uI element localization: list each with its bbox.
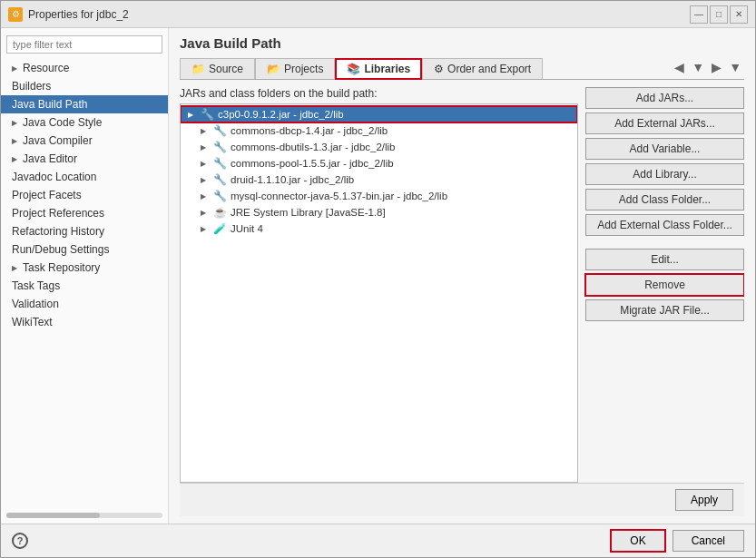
sidebar-item-run-debug-settings[interactable]: Run/Debug Settings [1,240,168,259]
remove-button[interactable]: Remove [585,274,744,296]
close-button[interactable]: ✕ [730,5,748,24]
expand-arrow-icon: ▶ [201,127,210,135]
sidebar-item-label: Project Facets [12,189,82,201]
jar-item-label: JRE System Library [JavaSE-1.8] [231,207,570,218]
title-bar-left: ⚙ Properties for jdbc_2 [8,7,129,22]
jar-item-jre-system[interactable]: ▶ ☕ JRE System Library [JavaSE-1.8] [181,204,577,220]
sidebar-item-builders[interactable]: Builders [1,77,168,95]
jar-item-junit4[interactable]: ▶ 🧪 JUnit 4 [181,220,577,237]
window-icon: ⚙ [8,7,23,22]
expand-arrow-icon: ▶ [201,176,210,184]
nav-back-button[interactable]: ◀ [672,60,687,74]
nav-forward-button[interactable]: ▶ [709,60,724,74]
apply-button[interactable]: Apply [675,489,733,511]
tabs-bar: 📁 Source 📂 Projects 📚 Libraries ⚙ Order … [180,58,744,80]
jre-icon: ☕ [213,206,227,219]
sidebar-item-java-code-style[interactable]: Java Code Style [1,113,168,132]
sidebar-item-java-compiler[interactable]: Java Compiler [1,132,168,150]
minimize-button[interactable]: — [690,5,708,24]
add-class-folder-button[interactable]: Add Class Folder... [585,189,744,210]
tab-projects[interactable]: 📂 Projects [255,58,335,79]
sidebar-item-label: Java Build Path [12,98,87,111]
apply-bar: Apply [180,483,744,516]
sidebar-item-label: Validation [12,298,59,310]
migrate-jar-button[interactable]: Migrate JAR File... [585,299,744,321]
tab-libraries[interactable]: 📚 Libraries [335,58,422,80]
sidebar-item-project-references[interactable]: Project References [1,204,168,222]
sidebar-item-java-build-path[interactable]: Java Build Path [1,95,168,113]
jar-item-label: mysql-connector-java-5.1.37-bin.jar - jd… [231,191,570,201]
sidebar-item-label: Java Code Style [23,116,102,129]
sidebar-item-label: Java Editor [23,152,77,165]
tab-source-label: Source [209,63,243,75]
junit-icon: 🧪 [213,222,227,235]
order-export-tab-icon: ⚙ [434,63,444,75]
jar-list[interactable]: ▶ 🔧 c3p0-0.9.1.2.jar - jdbc_2/lib ▶ 🔧 co… [180,103,578,483]
filter-input[interactable] [6,35,162,54]
sidebar: Resource Builders Java Build Path Java C… [1,28,169,524]
expand-arrow-icon: ▶ [201,225,210,233]
ok-button[interactable]: OK [611,530,664,552]
expand-arrow-icon: ▶ [201,209,210,217]
add-jars-button[interactable]: Add JARs... [585,87,744,109]
jar-item-commons-dbcp[interactable]: ▶ 🔧 commons-dbcp-1.4.jar - jdbc_2/lib [181,122,577,139]
sidebar-item-validation[interactable]: Validation [1,295,168,313]
sidebar-item-task-tags[interactable]: Task Tags [1,277,168,295]
jar-item-label: c3p0-0.9.1.2.jar - jdbc_2/lib [218,109,570,120]
title-bar: ⚙ Properties for jdbc_2 — □ ✕ [1,1,755,28]
page-title: Java Build Path [180,35,744,51]
nav-dropdown-button[interactable]: ▼ [689,60,707,74]
source-tab-icon: 📁 [191,63,205,75]
edit-button[interactable]: Edit... [585,249,744,270]
footer-left: ? [12,533,28,549]
sidebar-item-label: WikiText [12,316,53,328]
nav-menu-button[interactable]: ▼ [726,60,744,74]
projects-tab-icon: 📂 [267,63,280,75]
jar-item-mysql-connector[interactable]: ▶ 🔧 mysql-connector-java-5.1.37-bin.jar … [181,188,577,204]
sidebar-item-task-repository[interactable]: Task Repository [1,259,168,277]
libraries-tab-icon: 📚 [347,63,360,75]
sidebar-item-javadoc-location[interactable]: Javadoc Location [1,168,168,186]
sidebar-item-label: Task Repository [23,261,100,274]
expand-arrow-icon: ▶ [201,160,210,168]
jar-item-commons-pool[interactable]: ▶ 🔧 commons-pool-1.5.5.jar - jdbc_2/lib [181,155,577,171]
jar-icon: 🔧 [201,108,214,121]
jar-item-label: commons-dbutils-1.3.jar - jdbc_2/lib [231,142,570,152]
jar-icon: 🔧 [213,157,227,170]
maximize-button[interactable]: □ [710,5,728,24]
jar-list-label: JARs and class folders on the build path… [180,87,578,100]
tab-projects-label: Projects [284,63,323,75]
sidebar-item-label: Project References [12,207,104,220]
action-buttons: Add JARs... Add External JARs... Add Var… [585,87,744,483]
jar-icon: 🔧 [213,124,227,137]
sidebar-item-label: Run/Debug Settings [12,243,109,256]
main-panel: Java Build Path 📁 Source 📂 Projects 📚 Li… [169,28,755,524]
add-variable-button[interactable]: Add Variable... [585,138,744,160]
sidebar-item-label: Task Tags [12,279,60,292]
cancel-button[interactable]: Cancel [673,530,744,552]
sidebar-item-java-editor[interactable]: Java Editor [1,150,168,168]
footer-bar: ? OK Cancel [1,524,755,557]
content-area: Resource Builders Java Build Path Java C… [1,28,755,524]
expand-arrow-icon: ▶ [201,192,210,201]
jar-item-druid[interactable]: ▶ 🔧 druid-1.1.10.jar - jdbc_2/lib [181,171,577,188]
jar-list-area: JARs and class folders on the build path… [180,87,578,483]
sidebar-item-resource[interactable]: Resource [1,59,168,77]
add-external-jars-button[interactable]: Add External JARs... [585,113,744,134]
navigation-arrows: ◀ ▼ ▶ ▼ [672,60,744,78]
tab-order-export[interactable]: ⚙ Order and Export [422,58,543,79]
help-button[interactable]: ? [12,533,28,549]
sidebar-item-label: Javadoc Location [12,171,96,183]
jar-icon: 🔧 [213,141,227,153]
add-library-button[interactable]: Add Library... [585,163,744,185]
jar-item-commons-dbutils[interactable]: ▶ 🔧 commons-dbutils-1.3.jar - jdbc_2/lib [181,139,577,155]
tab-source[interactable]: 📁 Source [180,58,255,79]
add-external-class-folder-button[interactable]: Add External Class Folder... [585,214,744,236]
jar-item-c3p0[interactable]: ▶ 🔧 c3p0-0.9.1.2.jar - jdbc_2/lib [181,106,577,122]
jar-icon: 🔧 [213,173,227,186]
sidebar-item-project-facets[interactable]: Project Facets [1,186,168,204]
sidebar-item-wikitext[interactable]: WikiText [1,313,168,331]
sidebar-item-refactoring-history[interactable]: Refactoring History [1,222,168,240]
expand-arrow-icon: ▶ [201,143,210,152]
sidebar-scrollbar[interactable] [6,513,162,518]
